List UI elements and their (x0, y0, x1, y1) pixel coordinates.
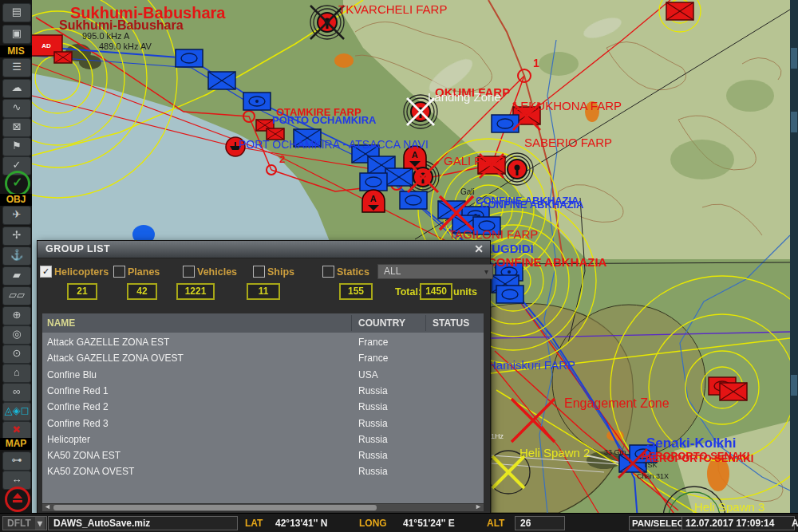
sidebar: ▤▣MIS☰☁∿⊠⚑✓✓OBJ✈✢⚓▰▱▱⊕◎⊙⌂∞◬◈◻✖MAP⊶↔ (0, 0, 32, 513)
unit-symbol-rsam[interactable]: A (404, 146, 426, 168)
svg-text:A: A (370, 194, 377, 203)
column-header-status[interactable]: STATUS (433, 317, 469, 329)
add-trigger-zone-button[interactable]: ◎ (2, 325, 31, 345)
add-vehicle-button[interactable]: ▰ (2, 266, 31, 286)
group-country: Russia (358, 401, 388, 412)
dialog-title-bar[interactable]: GROUP LIST ✕ (38, 241, 490, 258)
group-row[interactable]: Attack GAZELLE ZONA OVESTFrance (42, 350, 484, 366)
dropdown-value: ALL (384, 266, 401, 277)
profile-value: DFLT (7, 518, 31, 529)
column-header-country[interactable]: COUNTRY (358, 317, 405, 329)
group-name: Confine Red 3 (47, 418, 109, 429)
unit-symbol-bmech[interactable] (473, 217, 500, 234)
column-header-name[interactable]: NAME (47, 317, 75, 329)
unit-symbol-binf[interactable] (294, 129, 321, 147)
engagement-zone-circle (552, 305, 705, 458)
filter-checkbox-ships[interactable] (253, 266, 265, 278)
count-box-vehicles: 1221 (176, 283, 215, 300)
group-row[interactable]: KA50 ZONA OVESTRussia (42, 463, 484, 479)
count-box-ships: 11 (247, 283, 280, 300)
unit-symbol-rsm[interactable] (54, 52, 72, 63)
open-mission-button[interactable]: ▤ (2, 3, 31, 22)
chevron-down-icon: ▾ (484, 265, 488, 278)
profile-select[interactable]: DFLT ▾ (2, 516, 47, 530)
alt-label: ALT (487, 518, 504, 529)
unit-symbol-binf[interactable] (208, 72, 235, 89)
unit-symbol-bdot[interactable] (243, 93, 271, 110)
group-country: Russia (358, 434, 388, 445)
unit-symbol-rfarp[interactable] (508, 160, 527, 179)
flags-button[interactable]: ⚑ (2, 137, 31, 156)
add-static-button[interactable]: ⌂ (2, 364, 31, 383)
unit-symbol-rsm[interactable] (267, 128, 284, 140)
linked-units-button[interactable]: ∞ (2, 383, 31, 402)
add-helicopter-button[interactable]: ✢ (2, 227, 31, 246)
group-row[interactable]: KA50 ZONA ESTRussia (42, 447, 484, 463)
weather-button[interactable]: ☁ (2, 79, 31, 98)
section-label-mis: MIS (0, 45, 32, 57)
edge-clipped-text: Al (792, 518, 798, 529)
map-key-button[interactable]: ⊶ (2, 451, 31, 471)
exit-button[interactable] (5, 487, 30, 512)
filter-checkbox-helicopters[interactable]: ✓ (40, 266, 52, 278)
add-zone-button[interactable]: ⊙ (2, 345, 31, 364)
long-label: LONG (359, 518, 387, 529)
total-label: Total: (395, 286, 421, 298)
shapes-button[interactable]: ◬◈◻ (2, 402, 31, 421)
table-header: NAME COUNTRY STATUS (42, 313, 484, 333)
filter-checkbox-vehicles[interactable] (183, 266, 195, 278)
lat-label: LAT (245, 518, 263, 529)
count-box-helicopters: 21 (67, 283, 97, 300)
filter-label: Ships (267, 266, 294, 278)
filter-label: Statics (337, 266, 369, 278)
unit-symbol-rinf[interactable] (720, 383, 747, 400)
template-button[interactable]: ⊠ (2, 118, 31, 137)
unit-symbol-bmech[interactable] (400, 191, 427, 209)
unit-symbol-rinf[interactable] (666, 2, 693, 20)
unit-symbol-binf[interactable] (385, 168, 413, 186)
group-country: Russia (358, 450, 388, 461)
unit-symbol-bmech[interactable] (496, 286, 523, 303)
section-label-obj: OBJ (0, 194, 32, 206)
group-row[interactable]: HelicopterRussia (42, 432, 484, 447)
filter-checkbox-statics[interactable] (322, 266, 334, 278)
group-row[interactable]: Confine BluUSA (42, 367, 484, 383)
group-name: KA50 ZONA OVEST (47, 466, 134, 477)
group-row[interactable]: Confine Red 1Russia (42, 383, 484, 399)
count-box-planes: 42 (127, 283, 157, 300)
add-airplane-button[interactable]: ✈ (2, 206, 31, 225)
group-country: France (358, 353, 388, 364)
triggers-button[interactable]: ∿ (2, 99, 31, 118)
briefing-button[interactable]: ☰ (2, 58, 31, 77)
mission-filename-field[interactable]: DAWS_AutoSave.miz (48, 516, 238, 530)
add-ship-button[interactable]: ⚓ (2, 246, 31, 266)
filter-label: Planes (128, 266, 160, 278)
filter-label: Vehicles (197, 266, 237, 278)
mission-ok-indicator[interactable]: ✓ (5, 171, 30, 196)
close-icon[interactable]: ✕ (474, 242, 484, 255)
group-name: KA50 ZONA EST (47, 450, 120, 461)
group-row[interactable]: Attack GAZELLE ZONA ESTFrance (42, 334, 484, 350)
group-row[interactable]: Confine Red 3Russia (42, 416, 484, 432)
chevron-down-icon: ▾ (35, 517, 45, 530)
coalition-filter-dropdown[interactable]: ALL ▾ (377, 264, 493, 279)
scroll-left-icon[interactable]: ◄ (44, 502, 51, 510)
lat-value: 42°13'41'' N (275, 518, 327, 529)
unit-symbol-bmech[interactable] (360, 173, 387, 191)
eject-icon (13, 493, 22, 499)
unit-symbol-bmech[interactable] (176, 49, 203, 67)
mouse-mode-indicator: PAN/SELEC (629, 516, 684, 530)
group-country: USA (358, 369, 378, 380)
scrollbar-thumb[interactable] (53, 505, 377, 510)
group-row[interactable]: Confine Red 2Russia (42, 399, 484, 415)
group-name: Helicopter (47, 434, 90, 445)
unit-symbol-rsam[interactable]: A (362, 190, 385, 212)
add-waypoint-button[interactable]: ⊕ (2, 306, 31, 325)
unit-symbol-rship[interactable] (226, 137, 245, 156)
add-vehicle-group-button[interactable]: ▱▱ (2, 286, 31, 305)
scroll-right-icon[interactable]: ► (475, 502, 482, 510)
horizontal-scrollbar[interactable]: ◄ ► (42, 504, 484, 511)
dialog-title: GROUP LIST (45, 243, 110, 254)
filter-checkbox-planes[interactable] (113, 266, 125, 278)
save-mission-button[interactable]: ▣ (2, 25, 31, 44)
